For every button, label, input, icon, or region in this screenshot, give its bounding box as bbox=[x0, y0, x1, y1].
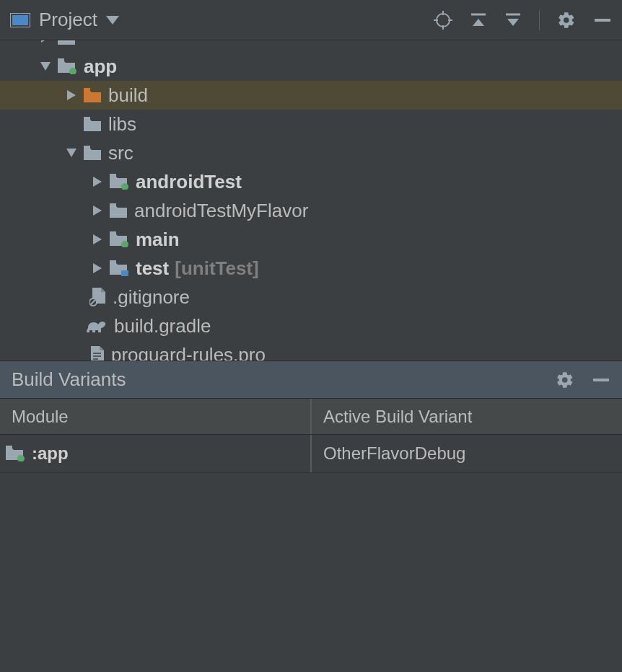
variant-value: OtherFlavorDebug bbox=[323, 443, 465, 464]
tree-node-androidTestMyFlavor[interactable]: androidTestMyFlavor bbox=[0, 196, 622, 225]
tree-label: app bbox=[84, 52, 117, 81]
svg-rect-16 bbox=[58, 58, 64, 61]
chevron-right-icon[interactable] bbox=[89, 177, 105, 187]
text-file-icon bbox=[89, 346, 104, 361]
svg-marker-15 bbox=[40, 62, 51, 71]
project-view-dropdown-icon[interactable] bbox=[106, 16, 119, 25]
svg-rect-24 bbox=[110, 174, 116, 177]
source-folder-icon bbox=[110, 231, 128, 247]
minimize-icon[interactable] bbox=[592, 371, 610, 389]
tree-label: androidTestMyFlavor bbox=[134, 196, 308, 225]
tree-label-suffix: [unitTest] bbox=[175, 254, 259, 283]
unittest-folder-icon bbox=[110, 260, 128, 276]
tree-label: androidTest bbox=[136, 167, 242, 196]
tree-label: .gitignore bbox=[113, 283, 190, 311]
tree-label: proguard-rules.pro bbox=[111, 340, 266, 361]
tree-label: src bbox=[108, 138, 133, 167]
build-variants-row[interactable]: :app OtherFlavorDebug bbox=[0, 434, 622, 473]
tree-node-src[interactable]: src bbox=[0, 138, 622, 167]
tree-node-build-gradle[interactable]: build.gradle bbox=[0, 311, 622, 340]
tree-label: test bbox=[136, 254, 169, 283]
svg-marker-34 bbox=[101, 288, 105, 292]
module-name: :app bbox=[32, 443, 69, 464]
folder-icon bbox=[84, 117, 101, 131]
project-toolbar: Project bbox=[0, 0, 622, 40]
svg-marker-2 bbox=[106, 16, 119, 25]
tree-label: build.gradle bbox=[114, 311, 211, 340]
svg-marker-26 bbox=[93, 205, 102, 216]
chevron-right-icon[interactable] bbox=[89, 205, 105, 216]
folder-icon bbox=[110, 203, 127, 218]
folder-icon bbox=[58, 40, 75, 45]
build-variants-empty bbox=[0, 473, 622, 672]
svg-marker-37 bbox=[100, 346, 104, 350]
variant-cell[interactable]: OtherFlavorDebug bbox=[312, 435, 622, 472]
column-module[interactable]: Module bbox=[0, 399, 312, 434]
svg-rect-41 bbox=[593, 379, 609, 381]
chevron-down-icon[interactable] bbox=[38, 62, 53, 71]
svg-rect-20 bbox=[84, 117, 90, 120]
tree-node-build[interactable]: build bbox=[0, 81, 622, 110]
tree-node-proguard[interactable]: proguard-rules.pro bbox=[0, 340, 622, 361]
svg-rect-42 bbox=[6, 446, 12, 448]
tree-label: build bbox=[108, 81, 148, 110]
project-view-icon bbox=[10, 13, 30, 27]
svg-marker-13 bbox=[41, 40, 50, 43]
svg-marker-11 bbox=[507, 19, 519, 26]
tree-node-main[interactable]: main bbox=[0, 225, 622, 254]
build-variants-title: Build Variants bbox=[12, 368, 126, 391]
gitignore-file-icon bbox=[89, 288, 105, 306]
svg-marker-23 bbox=[93, 177, 102, 187]
svg-marker-21 bbox=[66, 149, 76, 157]
tree-node-androidTest[interactable]: androidTest bbox=[0, 167, 622, 196]
tree-node-app[interactable]: app bbox=[0, 52, 622, 81]
project-tree[interactable]: app build libs bbox=[0, 40, 622, 361]
folder-icon bbox=[84, 146, 101, 160]
excluded-folder-icon bbox=[84, 88, 101, 102]
gradle-file-icon bbox=[87, 318, 107, 334]
gear-icon[interactable] bbox=[557, 11, 576, 30]
svg-rect-22 bbox=[84, 146, 90, 149]
minimize-icon[interactable] bbox=[593, 11, 612, 30]
module-folder-icon bbox=[58, 58, 76, 74]
tree-node-gitignore[interactable]: .gitignore bbox=[0, 283, 622, 311]
tree-node-libs[interactable]: libs bbox=[0, 110, 622, 138]
svg-marker-31 bbox=[93, 263, 102, 273]
test-folder-icon bbox=[110, 174, 128, 190]
svg-rect-33 bbox=[121, 270, 128, 276]
chevron-right-icon[interactable] bbox=[89, 234, 105, 244]
module-cell[interactable]: :app bbox=[0, 435, 312, 472]
expand-all-icon[interactable] bbox=[470, 12, 487, 29]
svg-marker-18 bbox=[67, 90, 76, 100]
svg-rect-1 bbox=[12, 15, 28, 25]
build-variants-header: Build Variants bbox=[0, 361, 622, 398]
project-title[interactable]: Project bbox=[39, 9, 97, 31]
chevron-right-icon[interactable] bbox=[63, 90, 79, 100]
chevron-down-icon[interactable] bbox=[63, 149, 79, 157]
tree-label: libs bbox=[108, 110, 136, 138]
svg-rect-32 bbox=[110, 260, 116, 263]
column-active-variant[interactable]: Active Build Variant bbox=[312, 399, 622, 434]
svg-rect-27 bbox=[110, 203, 116, 206]
svg-marker-9 bbox=[473, 19, 484, 26]
locate-icon[interactable] bbox=[434, 11, 452, 30]
svg-point-3 bbox=[437, 14, 450, 27]
tree-node-hidden[interactable] bbox=[0, 40, 622, 52]
chevron-right-icon[interactable] bbox=[38, 40, 53, 43]
tree-label: main bbox=[136, 225, 180, 254]
tree-node-test[interactable]: test [unitTest] bbox=[0, 254, 622, 283]
module-icon bbox=[6, 446, 25, 461]
chevron-right-icon[interactable] bbox=[89, 263, 105, 273]
build-variants-table-header: Module Active Build Variant bbox=[0, 398, 622, 434]
svg-rect-12 bbox=[595, 19, 610, 22]
collapse-all-icon[interactable] bbox=[504, 12, 522, 29]
svg-rect-29 bbox=[110, 231, 116, 234]
svg-rect-19 bbox=[84, 88, 90, 91]
gear-icon[interactable] bbox=[556, 371, 574, 389]
svg-marker-28 bbox=[93, 234, 102, 244]
